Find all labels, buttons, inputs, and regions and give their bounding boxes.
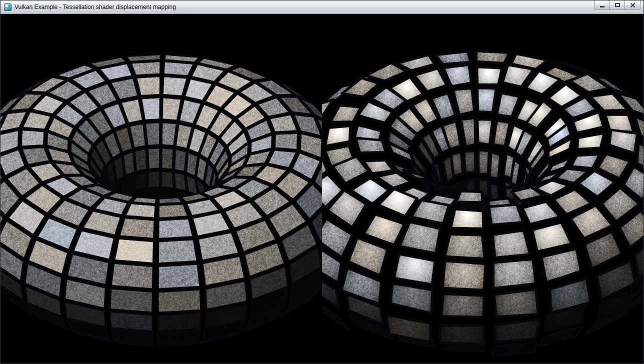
window-title: Vulkan Example - Tessellation shader dis…	[14, 4, 176, 10]
vulkan-render-canvas[interactable]	[0, 14, 644, 364]
app-window: Vulkan Example - Tessellation shader dis…	[0, 0, 644, 364]
app-icon	[4, 4, 12, 11]
maximize-icon	[615, 3, 620, 7]
minimize-icon	[600, 6, 604, 8]
window-controls	[594, 0, 640, 10]
minimize-button[interactable]	[594, 0, 610, 10]
close-icon	[630, 2, 636, 8]
titlebar[interactable]: Vulkan Example - Tessellation shader dis…	[0, 0, 644, 14]
render-viewport	[0, 14, 644, 364]
maximize-button[interactable]	[610, 0, 624, 10]
close-button[interactable]	[624, 0, 640, 10]
